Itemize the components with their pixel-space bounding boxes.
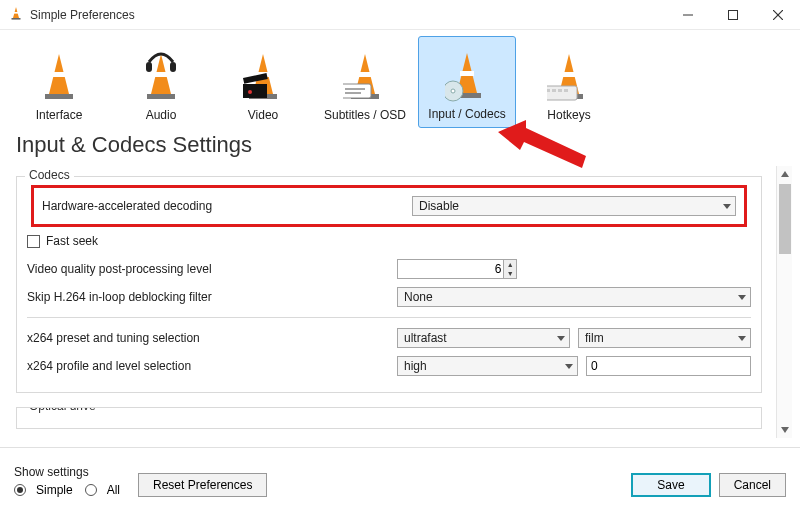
button-label: Reset Preferences [153, 478, 252, 492]
nav-video[interactable]: Video [214, 36, 312, 128]
chevron-down-icon [738, 290, 746, 304]
nav-label: Input / Codecs [428, 107, 505, 121]
close-button[interactable] [755, 0, 800, 29]
save-button[interactable]: Save [631, 473, 710, 497]
svg-rect-39 [564, 89, 568, 92]
svg-rect-24 [343, 84, 371, 98]
svg-rect-9 [45, 94, 73, 99]
app-icon [8, 5, 24, 24]
svg-rect-18 [243, 84, 267, 98]
label-x264-profile: x264 profile and level selection [27, 359, 397, 373]
group-codecs: Codecs Hardware-accelerated decoding Dis… [16, 176, 762, 393]
cone-headphones-icon [139, 50, 183, 104]
minimize-button[interactable] [665, 0, 710, 29]
svg-marker-40 [723, 204, 731, 209]
svg-marker-43 [738, 336, 746, 341]
nav-input-codecs[interactable]: Input / Codecs [418, 36, 516, 128]
category-nav: Interface Audio Video [0, 30, 800, 128]
dropdown-value: film [585, 331, 604, 345]
nav-label: Video [248, 108, 278, 122]
group-title: Optical drive [25, 407, 100, 413]
dropdown-x264-tuning[interactable]: film [578, 328, 751, 348]
cone-keyboard-icon [547, 50, 591, 104]
svg-rect-28 [460, 71, 474, 76]
dropdown-value: high [404, 359, 427, 373]
radio-all[interactable] [85, 484, 97, 496]
nav-label: Interface [36, 108, 83, 122]
svg-rect-8 [52, 72, 66, 77]
titlebar: Simple Preferences [0, 0, 800, 30]
chevron-down-icon [738, 331, 746, 345]
svg-rect-36 [547, 89, 550, 92]
svg-marker-41 [738, 295, 746, 300]
chevron-down-icon [723, 199, 731, 213]
scroll-down-icon[interactable] [777, 422, 792, 438]
reset-preferences-button[interactable]: Reset Preferences [138, 473, 267, 497]
svg-rect-22 [358, 72, 372, 77]
nav-audio[interactable]: Audio [112, 36, 210, 128]
nav-hotkeys[interactable]: Hotkeys [520, 36, 618, 128]
chevron-down-icon [565, 359, 573, 373]
svg-rect-11 [154, 72, 168, 77]
show-settings-group: Show settings Simple All [14, 465, 120, 497]
chevron-down-icon [557, 331, 565, 345]
cone-disc-icon [445, 49, 489, 103]
cancel-button[interactable]: Cancel [719, 473, 786, 497]
dropdown-hw-decode[interactable]: Disable [412, 196, 736, 216]
spin-down[interactable]: ▼ [504, 269, 516, 278]
svg-rect-35 [547, 86, 577, 100]
svg-rect-2 [12, 18, 21, 20]
window-title: Simple Preferences [30, 8, 665, 22]
radio-simple-label: Simple [36, 483, 73, 497]
show-settings-label: Show settings [14, 465, 120, 479]
divider [27, 317, 751, 318]
svg-rect-12 [147, 94, 175, 99]
checkbox-fast-seek[interactable] [27, 235, 40, 248]
page-title: Input & Codecs Settings [0, 128, 800, 166]
footer: Show settings Simple All Reset Preferenc… [0, 447, 800, 507]
dropdown-value: ultrafast [404, 331, 447, 345]
highlight-hw-decode: Hardware-accelerated decoding Disable [31, 185, 747, 227]
svg-marker-46 [781, 427, 789, 433]
nav-label: Hotkeys [547, 108, 590, 122]
scroll-thumb[interactable] [779, 184, 791, 254]
svg-rect-13 [146, 62, 152, 72]
label-fast-seek: Fast seek [46, 234, 751, 248]
svg-marker-42 [557, 336, 565, 341]
label-x264-preset: x264 preset and tuning selection [27, 331, 397, 345]
svg-point-20 [248, 90, 252, 94]
dropdown-skip-deblock[interactable]: None [397, 287, 751, 307]
group-title: Codecs [25, 168, 74, 182]
settings-scroll-area: Codecs Hardware-accelerated decoding Dis… [8, 166, 792, 438]
spin-up[interactable]: ▲ [504, 260, 516, 269]
maximize-button[interactable] [710, 0, 755, 29]
button-label: Save [657, 478, 684, 492]
svg-rect-1 [13, 12, 19, 14]
svg-rect-38 [558, 89, 562, 92]
nav-label: Audio [146, 108, 177, 122]
cone-clapper-icon [241, 50, 285, 104]
nav-subtitles[interactable]: Subtitles / OSD [316, 36, 414, 128]
window-controls [665, 0, 800, 29]
dropdown-x264-profile[interactable]: high [397, 356, 578, 376]
nav-interface[interactable]: Interface [10, 36, 108, 128]
cone-subtitles-icon [343, 50, 387, 104]
label-skip-deblock: Skip H.264 in-loop deblocking filter [27, 290, 397, 304]
nav-label: Subtitles / OSD [324, 108, 406, 122]
scrollbar[interactable] [776, 166, 792, 438]
dropdown-value: None [404, 290, 433, 304]
label-postproc: Video quality post-processing level [27, 262, 397, 276]
input-x264-level[interactable] [586, 356, 751, 376]
group-optical: Optical drive [16, 407, 762, 429]
spin-postproc-input[interactable] [398, 262, 503, 276]
scroll-up-icon[interactable] [777, 166, 792, 182]
svg-rect-14 [170, 62, 176, 72]
radio-all-label: All [107, 483, 120, 497]
dropdown-value: Disable [419, 199, 459, 213]
dropdown-x264-preset[interactable]: ultrafast [397, 328, 570, 348]
radio-simple[interactable] [14, 484, 26, 496]
svg-marker-45 [781, 171, 789, 177]
cone-icon [37, 50, 81, 104]
svg-rect-4 [728, 10, 737, 19]
spin-postproc[interactable]: ▲ ▼ [397, 259, 517, 279]
